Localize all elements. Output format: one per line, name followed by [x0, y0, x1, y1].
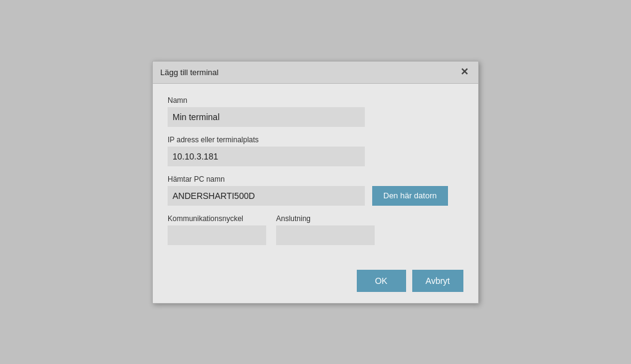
ip-label: IP adress eller terminalplats — [168, 135, 463, 144]
comm-key-label: Kommunikationsnyckel — [168, 214, 266, 223]
connection-field-group: Anslutning — [276, 214, 375, 245]
dialog-title: Lägg till terminal — [160, 68, 219, 77]
connection-label: Anslutning — [276, 214, 375, 223]
cancel-button[interactable]: Avbryt — [412, 270, 463, 292]
close-button[interactable]: ✕ — [458, 66, 471, 78]
dialog-body: Namn IP adress eller terminalplats Hämta… — [153, 84, 478, 264]
pc-name-row: Hämtar PC namn Den här datorn — [168, 175, 463, 206]
name-label: Namn — [168, 96, 463, 105]
ok-button[interactable]: OK — [357, 270, 406, 292]
name-input[interactable] — [168, 107, 365, 127]
this-computer-button[interactable]: Den här datorn — [372, 186, 448, 206]
pc-name-field-wrap: Hämtar PC namn — [168, 175, 365, 206]
comm-key-field-group: Kommunikationsnyckel — [168, 214, 266, 245]
dialog-footer: OK Avbryt — [153, 264, 478, 303]
comm-key-input[interactable] — [168, 225, 266, 245]
comm-connection-row: Kommunikationsnyckel Anslutning — [168, 214, 463, 245]
name-field-group: Namn — [168, 96, 463, 127]
pc-name-label: Hämtar PC namn — [168, 175, 365, 184]
ip-input[interactable] — [168, 147, 365, 166]
connection-input[interactable] — [276, 225, 375, 245]
dialog-titlebar: Lägg till terminal ✕ — [153, 62, 478, 84]
dialog-add-terminal: Lägg till terminal ✕ Namn IP adress elle… — [152, 61, 479, 304]
pc-name-input[interactable] — [168, 186, 365, 206]
ip-field-group: IP adress eller terminalplats — [168, 135, 463, 166]
